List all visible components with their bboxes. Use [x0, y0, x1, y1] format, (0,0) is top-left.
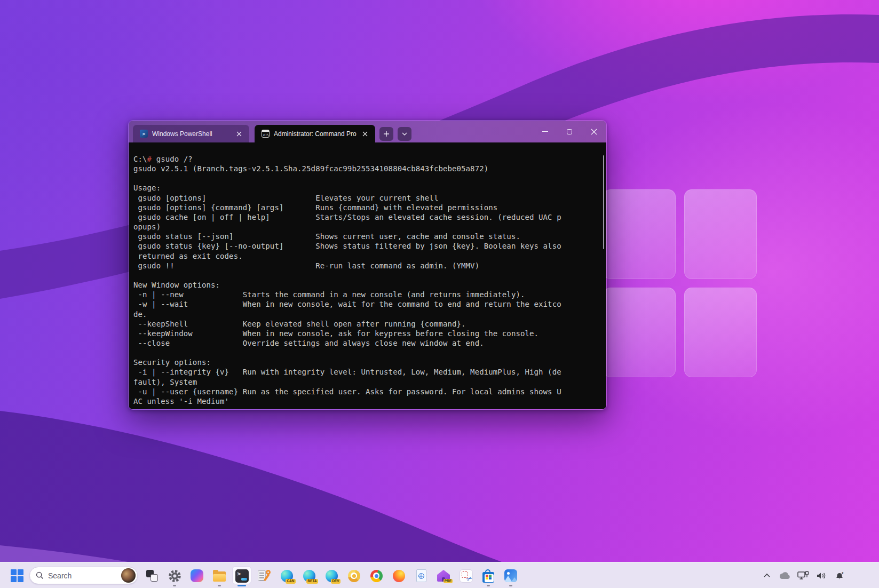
close-icon — [591, 129, 597, 135]
maximize-button[interactable] — [557, 121, 582, 142]
dev-badge: DEV — [331, 579, 340, 584]
prompt-path: C:\ — [133, 155, 147, 163]
task-view-button[interactable] — [141, 563, 163, 588]
tab-close-icon[interactable] — [360, 129, 370, 139]
edge-canary-button[interactable]: CAN — [275, 563, 298, 588]
onedrive-button[interactable] — [779, 569, 791, 582]
microsoft-store-button[interactable] — [477, 563, 500, 588]
window-controls — [533, 121, 606, 142]
tab-label: Administrator: Command Pro — [274, 130, 357, 138]
svg-text:z: z — [842, 571, 844, 575]
active-app-indicator — [237, 585, 246, 586]
home-icon: PRE — [437, 570, 450, 582]
minimize-icon — [542, 131, 548, 132]
running-indicator — [173, 585, 176, 586]
running-indicator — [218, 585, 221, 586]
edge-canary-icon: CAN — [281, 570, 293, 582]
dev-tools-button[interactable] — [253, 563, 275, 588]
wrench-document-icon — [258, 569, 271, 582]
minimize-button[interactable] — [533, 121, 557, 142]
snipping-tool-button[interactable]: ✂ — [455, 563, 477, 588]
new-tab-button[interactable] — [379, 127, 393, 141]
search-box[interactable]: Search — [29, 567, 138, 584]
edge-beta-button[interactable]: BETA — [298, 563, 320, 588]
cloud-icon — [779, 571, 791, 580]
firefox-icon — [393, 570, 405, 582]
windows-logo-pane — [603, 288, 676, 377]
chevron-down-icon — [401, 132, 408, 136]
home-preview-button[interactable]: PRE — [432, 563, 455, 588]
start-icon — [11, 569, 17, 575]
preview-badge: PRE — [444, 579, 453, 584]
task-view-icon — [146, 570, 158, 582]
cmd-icon: c:\ — [262, 130, 270, 138]
chrome-button[interactable] — [365, 563, 387, 588]
maximize-icon — [567, 129, 572, 134]
terminal-body-text: gsudo v2.5.1 (Branch.tags-v2.5.1.Sha.25d… — [133, 164, 561, 406]
chrome-canary-icon — [348, 570, 360, 582]
edge-beta-icon: BETA — [303, 570, 315, 582]
photos-icon — [504, 569, 517, 582]
hidden-icons-button[interactable] — [761, 569, 773, 582]
terminal-window: > Windows PowerShell c:\ Administrator: … — [128, 120, 607, 410]
snipping-tool-icon: ✂ — [460, 569, 473, 583]
speaker-icon — [816, 571, 827, 580]
html-document-button[interactable] — [410, 563, 432, 588]
chrome-icon — [370, 570, 383, 582]
file-explorer-button[interactable] — [208, 563, 231, 588]
windows-terminal-button[interactable]: > — [231, 563, 253, 588]
close-button[interactable] — [582, 121, 606, 142]
copilot-button[interactable] — [186, 563, 208, 588]
tab-bar: > Windows PowerShell c:\ Administrator: … — [133, 125, 411, 142]
firefox-button[interactable] — [387, 563, 410, 588]
search-label: Search — [48, 571, 72, 580]
folder-icon — [213, 571, 226, 582]
canary-badge: CAN — [286, 579, 295, 584]
windows-logo-watermark — [603, 189, 757, 377]
search-daily-image[interactable] — [121, 568, 136, 583]
pinned-apps: > CAN BETA — [141, 563, 522, 588]
network-button[interactable] — [797, 569, 810, 582]
windows-logo-pane — [603, 189, 676, 279]
prompt-command: gsudo /? — [152, 155, 193, 163]
beta-badge: BETA — [306, 579, 318, 584]
edge-dev-icon: DEV — [326, 570, 338, 582]
terminal-icon: > — [235, 569, 249, 583]
start-button[interactable] — [11, 569, 23, 582]
terminal-output: C:\# gsudo /? gsudo v2.5.1 (Branch.tags-… — [129, 142, 606, 406]
chrome-canary-button[interactable] — [343, 563, 365, 588]
running-indicator — [509, 585, 512, 586]
notification-bell-dnd-button[interactable]: z — [833, 569, 846, 582]
store-bag-icon — [482, 572, 494, 583]
html-document-icon — [416, 569, 426, 582]
taskbar: Search — [0, 562, 879, 588]
terminal-viewport[interactable]: C:\# gsudo /? gsudo v2.5.1 (Branch.tags-… — [129, 142, 606, 409]
scrollbar[interactable] — [603, 155, 604, 249]
edge-dev-button[interactable]: DEV — [320, 563, 343, 588]
windows-logo-pane — [684, 288, 757, 377]
network-display-icon — [797, 571, 809, 581]
tab-close-icon[interactable] — [234, 129, 244, 139]
window-titlebar[interactable]: > Windows PowerShell c:\ Administrator: … — [129, 121, 606, 142]
tab-admin-command-prompt[interactable]: c:\ Administrator: Command Pro — [255, 125, 375, 142]
running-indicator — [487, 585, 490, 586]
photos-button[interactable] — [500, 563, 522, 588]
prompt-symbol: # — [147, 155, 152, 163]
tab-dropdown-button[interactable] — [398, 127, 411, 141]
plus-icon — [383, 131, 390, 137]
desktop: > Windows PowerShell c:\ Administrator: … — [0, 0, 879, 588]
chevron-up-icon — [763, 573, 771, 578]
volume-button[interactable] — [815, 569, 828, 582]
powershell-icon: > — [140, 130, 148, 138]
bell-dnd-icon: z — [834, 571, 845, 581]
search-icon — [36, 571, 44, 579]
copilot-icon — [191, 569, 203, 582]
tab-windows-powershell[interactable]: > Windows PowerShell — [133, 125, 249, 142]
windows-logo-pane — [684, 189, 757, 279]
tab-label: Windows PowerShell — [152, 130, 212, 138]
gear-icon — [168, 569, 181, 583]
system-tray: z — [761, 562, 846, 588]
settings-button[interactable] — [163, 563, 186, 588]
